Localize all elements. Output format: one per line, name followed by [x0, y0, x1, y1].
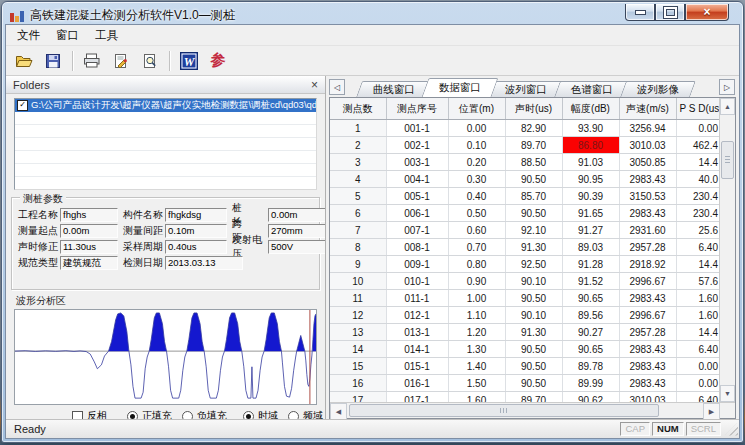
table-cell[interactable]: 8 [330, 239, 386, 256]
table-cell[interactable]: 90.27 [562, 324, 619, 341]
table-cell[interactable]: 008-1 [386, 239, 448, 256]
maximize-button[interactable] [655, 4, 685, 21]
table-cell[interactable]: 015-1 [386, 358, 448, 375]
table-cell[interactable]: 2983.43 [619, 171, 676, 188]
table-cell[interactable]: 2983.43 [619, 375, 676, 392]
table-cell[interactable]: 004-1 [386, 171, 448, 188]
column-header[interactable]: 测点序号 [386, 98, 448, 120]
table-cell[interactable]: 011-1 [386, 290, 448, 307]
scroll-left-icon[interactable]: ◀ [330, 403, 347, 420]
scroll-up-icon[interactable]: ▲ [720, 98, 735, 115]
table-cell[interactable]: 230.4 [676, 188, 719, 205]
table-cell[interactable]: 013-1 [386, 324, 448, 341]
table-cell[interactable]: 14.4 [676, 324, 719, 341]
table-cell[interactable]: 2931.60 [619, 222, 676, 239]
sample-period-field[interactable]: 0.40us [165, 240, 227, 254]
table-cell[interactable]: 13 [330, 324, 386, 341]
component-name-field[interactable]: fhgkdsg [165, 208, 227, 222]
table-cell[interactable]: 85.70 [505, 188, 562, 205]
table-cell[interactable]: 89.70 [505, 137, 562, 154]
table-cell[interactable]: 2983.43 [619, 341, 676, 358]
table-cell[interactable]: 1.20 [448, 324, 505, 341]
preview-button[interactable] [137, 49, 163, 73]
table-cell[interactable]: 0.00 [676, 358, 719, 375]
horizontal-scroll-thumb[interactable] [349, 404, 659, 417]
table-cell[interactable]: 90.62 [562, 392, 619, 403]
freq-domain-radio[interactable] [288, 411, 299, 420]
table-cell[interactable]: 0.30 [448, 171, 505, 188]
table-cell[interactable]: 10 [330, 273, 386, 290]
menu-tools[interactable]: 工具 [87, 26, 126, 45]
table-cell[interactable]: 2983.43 [619, 205, 676, 222]
table-row[interactable]: 17017-11.6089.7090.623010.036.40 [330, 392, 719, 403]
column-header[interactable]: 声速(m/s) [619, 98, 676, 120]
table-cell[interactable]: 3 [330, 154, 386, 171]
table-cell[interactable]: 2996.67 [619, 273, 676, 290]
standard-type-field[interactable]: 建筑规范 [60, 256, 118, 270]
table-cell[interactable]: 7 [330, 222, 386, 239]
table-cell[interactable]: 016-1 [386, 375, 448, 392]
start-point-field[interactable]: 0.00m [60, 224, 118, 238]
open-button[interactable] [11, 49, 37, 73]
table-cell[interactable]: 93.90 [562, 120, 619, 137]
vertical-scrollbar[interactable]: ▲ ▼ [719, 98, 735, 402]
table-cell[interactable]: 14.4 [676, 256, 719, 273]
table-row[interactable]: 13013-11.2091.3090.272957.2814.4 [330, 324, 719, 341]
report-button[interactable] [108, 49, 134, 73]
negative-fill-radio[interactable] [182, 411, 193, 420]
table-cell[interactable]: 90.65 [562, 290, 619, 307]
table-cell[interactable]: 230.4 [676, 205, 719, 222]
scroll-down-icon[interactable]: ▼ [720, 385, 735, 402]
table-row[interactable]: 5005-10.4085.7090.393150.53230.4 [330, 188, 719, 205]
table-cell[interactable]: 1.40 [448, 358, 505, 375]
table-cell[interactable]: 90.65 [562, 341, 619, 358]
table-row[interactable]: 16016-11.5090.5089.992983.430.00 [330, 375, 719, 392]
table-cell[interactable]: 91.27 [562, 222, 619, 239]
table-row[interactable]: 6006-10.5090.5091.652983.43230.4 [330, 205, 719, 222]
table-cell[interactable]: 012-1 [386, 307, 448, 324]
column-header[interactable]: P S D(us^2/m) [676, 98, 719, 120]
table-row[interactable]: 14014-11.3090.5090.652983.436.40 [330, 341, 719, 358]
table-cell[interactable]: 4 [330, 171, 386, 188]
column-header[interactable]: 位置(m) [448, 98, 505, 120]
tab-2[interactable]: 数据窗口 [422, 78, 499, 97]
table-cell[interactable]: 3150.53 [619, 188, 676, 205]
table-cell[interactable]: 1.00 [448, 290, 505, 307]
table-cell[interactable]: 6.40 [676, 341, 719, 358]
table-row[interactable]: 12012-11.1090.1089.562996.671.60 [330, 307, 719, 324]
folder-list-item[interactable]: ✓ G:\公司产品设计开发\超声仪器\超声仪实地检测数据\调桩cd\qd03\q… [15, 99, 316, 112]
table-row[interactable]: 9009-10.8092.5091.282918.9214.4 [330, 256, 719, 273]
table-cell[interactable]: 82.90 [505, 120, 562, 137]
table-cell[interactable]: 3010.03 [619, 137, 676, 154]
scroll-right-icon[interactable]: ▶ [703, 403, 720, 420]
table-row[interactable]: 15015-11.4090.5089.782983.430.00 [330, 358, 719, 375]
tab-5[interactable]: 波列影像 [620, 81, 696, 97]
table-cell[interactable]: 6 [330, 205, 386, 222]
horizontal-scroll-track[interactable] [347, 403, 703, 418]
tab-scroll-right-button[interactable]: ▷ [719, 79, 735, 95]
table-cell[interactable]: 11 [330, 290, 386, 307]
table-cell[interactable]: 91.30 [505, 239, 562, 256]
table-cell[interactable]: 86.80 [562, 137, 619, 154]
table-cell[interactable]: 0.00 [448, 120, 505, 137]
table-cell[interactable]: 1.60 [676, 307, 719, 324]
table-cell[interactable]: 90.50 [505, 290, 562, 307]
table-cell[interactable]: 92.10 [505, 222, 562, 239]
table-row[interactable]: 11011-11.0090.5090.652983.431.60 [330, 290, 719, 307]
table-cell[interactable]: 90.39 [562, 188, 619, 205]
table-cell[interactable]: 90.10 [505, 273, 562, 290]
table-cell[interactable]: 2918.92 [619, 256, 676, 273]
table-cell[interactable]: 0.90 [448, 273, 505, 290]
span-field[interactable]: 270mm [268, 224, 326, 238]
spacing-field[interactable]: 0.10m [165, 224, 227, 238]
test-date-field[interactable]: 2013.03.13 [165, 256, 243, 270]
horizontal-scrollbar[interactable]: ◀ ▶ [330, 402, 735, 418]
table-cell[interactable]: 010-1 [386, 273, 448, 290]
table-cell[interactable]: 0.80 [448, 256, 505, 273]
vertical-scroll-track[interactable] [720, 115, 735, 385]
table-cell[interactable]: 005-1 [386, 188, 448, 205]
title-bar[interactable]: 高铁建混凝土检测分析软件V1.0—测桩 × [2, 2, 743, 26]
table-row[interactable]: 8008-10.7091.3089.032957.286.40 [330, 239, 719, 256]
table-cell[interactable]: 0.00 [676, 120, 719, 137]
table-row[interactable]: 4004-10.3090.5090.952983.4340.0 [330, 171, 719, 188]
